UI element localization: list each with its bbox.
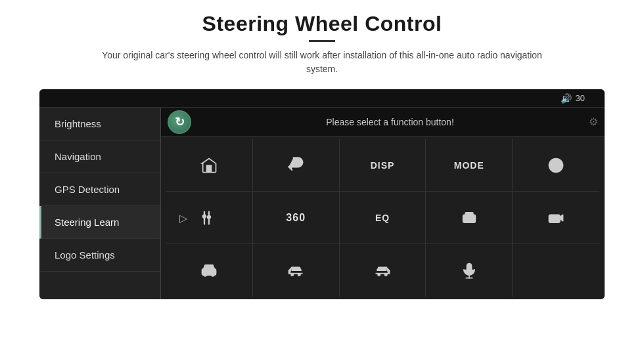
- subtitle: Your original car's steering wheel contr…: [85, 49, 559, 76]
- left-menu: Brightness Navigation GPS Detection Stee…: [39, 108, 161, 299]
- grid-cell-car-right[interactable]: [340, 244, 426, 297]
- grid-cell-car-front[interactable]: [166, 244, 253, 297]
- svg-point-14: [212, 274, 214, 276]
- menu-item-logo[interactable]: Logo Settings: [39, 239, 160, 272]
- car-front-icon: [200, 261, 218, 280]
- tune-icon: [200, 209, 218, 227]
- mode-label: MODE: [454, 160, 484, 171]
- title-divider: [309, 40, 335, 42]
- refresh-button[interactable]: ↻: [168, 110, 191, 134]
- volume-area: 🔊 30: [561, 93, 585, 104]
- svg-rect-15: [204, 270, 208, 273]
- grid-cell-empty: [513, 244, 599, 297]
- grid-cell-microphone[interactable]: [426, 244, 513, 297]
- back-icon: [287, 156, 305, 175]
- menu-item-navigation[interactable]: Navigation: [39, 140, 160, 173]
- car-ui-body: Brightness Navigation GPS Detection Stee…: [39, 108, 605, 299]
- car-right-icon: [373, 261, 392, 280]
- car-left-icon: [287, 261, 305, 280]
- grid-cell-home[interactable]: [166, 139, 253, 192]
- grid-cell-disp[interactable]: DISP: [340, 139, 426, 192]
- volume-level: 30: [576, 93, 585, 103]
- car-ui-header: 🔊 30: [39, 89, 605, 108]
- svg-point-13: [204, 274, 207, 276]
- grid-cell-camera1[interactable]: [426, 192, 513, 244]
- svg-point-11: [553, 217, 557, 220]
- grid-cell-mode[interactable]: MODE: [426, 139, 513, 192]
- function-prompt: Please select a function button!: [202, 117, 578, 127]
- menu-item-gps[interactable]: GPS Detection: [39, 173, 160, 206]
- 360-label: 360: [286, 212, 306, 224]
- microphone-icon: [460, 261, 478, 280]
- page-title: Steering Wheel Control: [85, 12, 559, 36]
- cursor-arrow: ▷: [179, 211, 187, 224]
- svg-point-17: [291, 274, 294, 276]
- grid-cell-back[interactable]: [253, 139, 340, 192]
- buttons-grid: DISP MODE: [161, 136, 605, 299]
- function-bar: ↻ Please select a function button! ⚙: [161, 108, 605, 136]
- grid-cell-360[interactable]: 360: [253, 192, 340, 244]
- speaker-icon: 🔊: [561, 93, 572, 104]
- car-ui: 🔊 30 Brightness Navigation GPS Detection…: [39, 89, 605, 299]
- menu-item-brightness[interactable]: Brightness: [39, 108, 160, 140]
- svg-point-18: [298, 274, 301, 276]
- grid-cell-phone-slash[interactable]: [513, 139, 599, 192]
- eq-label: EQ: [375, 213, 390, 223]
- svg-point-20: [384, 274, 387, 276]
- page-wrapper: Steering Wheel Control Your original car…: [0, 0, 644, 357]
- right-content: ↻ Please select a function button! ⚙: [161, 108, 605, 299]
- refresh-icon: ↻: [175, 115, 185, 129]
- phone-slash-icon: [547, 156, 565, 175]
- menu-item-steering[interactable]: Steering Learn: [39, 206, 160, 239]
- svg-point-9: [467, 217, 471, 220]
- grid-cell-tune[interactable]: ▷: [166, 192, 253, 244]
- grid-cell-car-left[interactable]: [253, 244, 340, 297]
- camera2-icon: [547, 209, 565, 227]
- grid-cell-eq[interactable]: EQ: [340, 192, 426, 244]
- camera1-icon: [460, 209, 478, 227]
- home-icon: [200, 156, 218, 175]
- grid-cell-camera2[interactable]: [513, 192, 599, 244]
- title-section: Steering Wheel Control Your original car…: [85, 12, 559, 76]
- settings-small-icon: ⚙: [589, 116, 598, 128]
- disp-label: DISP: [371, 160, 395, 171]
- svg-point-19: [378, 274, 380, 276]
- svg-rect-16: [210, 270, 214, 273]
